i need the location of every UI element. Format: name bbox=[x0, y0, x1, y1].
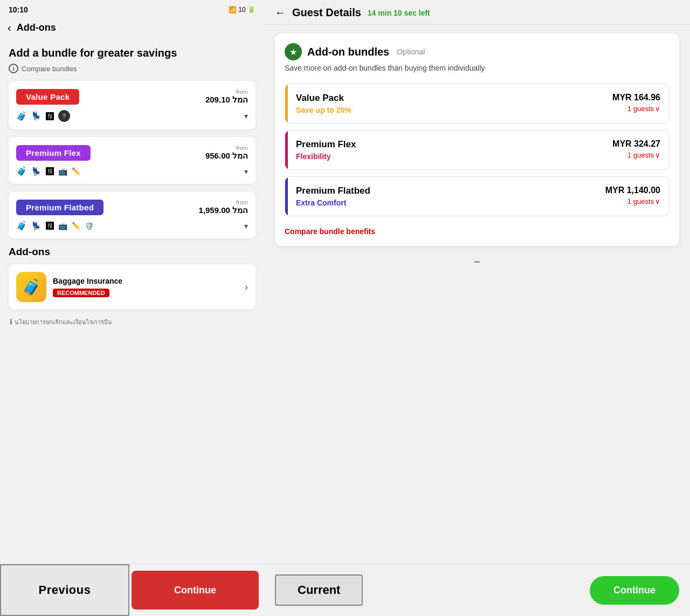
addon-bundles-title: Add-on bundles bbox=[307, 46, 389, 58]
bundle-icons-left-flatbed: 🧳 💺 🅽 📺 ✏️ 🛡️ bbox=[16, 221, 94, 231]
currency-vp: MYR bbox=[612, 93, 634, 102]
bundle-icons-value-pack: 🧳 💺 🅽 ? ▾ bbox=[16, 110, 248, 122]
compare-link-left-label: Compare bundles bbox=[22, 65, 77, 73]
dropdown-arrow-flex[interactable]: ▾ bbox=[244, 167, 248, 176]
bundle-option-right-vp: MYR 164.96 1 guests ∨ bbox=[612, 93, 660, 113]
bundle-card-top-flex: Premium Flex from המל 956.00 bbox=[16, 145, 248, 161]
circle-icon: ? bbox=[58, 110, 70, 122]
back-arrow-left[interactable]: ‹ bbox=[8, 22, 11, 34]
bundle-badge-value-pack: Value Pack bbox=[16, 89, 79, 105]
bundle-guests-vp[interactable]: 1 guests ∨ bbox=[612, 105, 660, 113]
bundle-guests-pfb[interactable]: 1 guests ∨ bbox=[605, 197, 660, 206]
info-icon: i bbox=[9, 64, 18, 73]
right-content: ★ Add-on bundles Optional Save more on a… bbox=[264, 25, 690, 564]
scroll-indicator: ▬ bbox=[275, 255, 679, 267]
n-icon-flex: 🅽 bbox=[46, 167, 54, 176]
timer-badge: 14 min 10 sec left bbox=[368, 9, 430, 17]
left-bottom-buttons: Previous Continue bbox=[0, 564, 264, 616]
status-icons: 📶 10 🔋 bbox=[229, 6, 256, 13]
bundle-card-premium-flex[interactable]: Premium Flex from המל 956.00 🧳 💺 🅽 📺 ✏️ … bbox=[9, 137, 256, 184]
bundle-icons-flex: 🧳 💺 🅽 📺 ✏️ ▾ bbox=[16, 166, 248, 176]
bundle-price-myr-vp: MYR 164.96 bbox=[612, 93, 660, 102]
tv-icon-flatbed: 📺 bbox=[58, 222, 67, 230]
left-nav-bar: ‹ Add-ons bbox=[0, 17, 264, 39]
continue-button-right[interactable]: Continue bbox=[590, 576, 679, 605]
addon-chevron[interactable]: › bbox=[245, 282, 248, 293]
bundle-price-myr-pf: MYR 324.27 bbox=[612, 139, 660, 149]
n-icon-flatbed: 🅽 bbox=[46, 221, 54, 230]
price-from-flex: from bbox=[205, 145, 248, 151]
edit-icon-flatbed: ✏️ bbox=[72, 222, 80, 230]
left-panel: 10:10 📶 10 🔋 ‹ Add-ons Add a bundle for … bbox=[0, 0, 264, 616]
price-amount-flatbed: המל 1,959.00 bbox=[198, 206, 248, 215]
bag-icon-flatbed: 🧳 bbox=[16, 221, 27, 231]
price-amount-value-pack: המל 209.10 bbox=[205, 95, 248, 105]
tv-icon: 📺 bbox=[58, 167, 67, 176]
dropdown-arrow-value-pack[interactable]: ▾ bbox=[244, 112, 248, 120]
price-pfb: 1,140.00 bbox=[627, 186, 660, 195]
left-content: Add a bundle for greater savings i Compa… bbox=[0, 39, 264, 564]
price-from-label: from bbox=[205, 88, 248, 95]
bundle-option-name-pfb: Premium Flatbed bbox=[296, 186, 370, 196]
bundle-option-left-pf: Premium Flex Flexibility bbox=[296, 139, 356, 161]
bundle-price-myr-pfb: MYR 1,140.00 bbox=[605, 186, 660, 195]
price-amount-flex: המל 956.00 bbox=[205, 151, 248, 161]
star-icon: ★ bbox=[285, 43, 302, 60]
price-vp: 164.96 bbox=[634, 93, 660, 102]
bundle-option-premium-flex[interactable]: Premium Flex Flexibility MYR 324.27 1 gu… bbox=[285, 130, 670, 170]
addon-card-baggage[interactable]: 🧳 Baggage Insurance RECOMMENDED › bbox=[9, 264, 256, 310]
addon-bundles-desc: Save more on add-on bundles than buying … bbox=[285, 63, 670, 74]
previous-button[interactable]: Previous bbox=[0, 564, 129, 616]
addon-info: Baggage Insurance RECOMMENDED bbox=[53, 277, 122, 297]
terms-text: ℹ นโยบายการยกเลิกและเงื่อนไขการบิน bbox=[9, 317, 256, 327]
compare-link-left[interactable]: i Compare bundles bbox=[9, 64, 256, 73]
right-header-title: Guest Details bbox=[292, 6, 361, 19]
bundle-card-value-pack[interactable]: Value Pack from המל 209.10 🧳 💺 🅽 ? ▾ bbox=[9, 81, 256, 129]
seat-icon: 💺 bbox=[31, 111, 42, 121]
continue-button-left[interactable]: Continue bbox=[132, 571, 259, 610]
addon-icon: 🧳 bbox=[16, 272, 46, 302]
status-time: 10:10 bbox=[9, 5, 28, 14]
current-button[interactable]: Current bbox=[275, 574, 363, 606]
optional-label: Optional bbox=[397, 47, 425, 56]
addons-title: Add-ons bbox=[9, 246, 256, 258]
currency-pf: MYR bbox=[612, 139, 634, 148]
bundle-option-premium-flatbed[interactable]: Premium Flatbed Extra Comfort MYR 1,140.… bbox=[285, 176, 670, 216]
bundle-option-subtitle-vp: Save up to 20% bbox=[296, 106, 351, 114]
n-icon: 🅽 bbox=[46, 112, 54, 121]
bundle-option-subtitle-pfb: Extra Comfort bbox=[296, 199, 370, 207]
compare-bundle-link[interactable]: Compare bundle benefits bbox=[285, 227, 375, 236]
bundle-icons-left-flex: 🧳 💺 🅽 📺 ✏️ bbox=[16, 166, 80, 176]
bundle-card-premium-flatbed[interactable]: Premium Flatbed from המל 1,959.00 🧳 💺 🅽 … bbox=[9, 191, 256, 238]
addon-left: 🧳 Baggage Insurance RECOMMENDED bbox=[16, 272, 122, 302]
bundle-option-subtitle-pf: Flexibility bbox=[296, 152, 356, 161]
back-arrow-right[interactable]: ← bbox=[275, 6, 286, 19]
bundle-icons-left: 🧳 💺 🅽 ? bbox=[16, 110, 70, 122]
bundle-option-name-pf: Premium Flex bbox=[296, 139, 356, 150]
bundle-price-premium-flex: from המל 956.00 bbox=[205, 145, 248, 161]
price-pf: 324.27 bbox=[634, 139, 660, 148]
addon-bundles-header: ★ Add-on bundles Optional bbox=[285, 43, 670, 60]
right-header: ← Guest Details 14 min 10 sec left bbox=[264, 0, 690, 25]
price-from-flatbed: from bbox=[198, 199, 248, 206]
bundle-option-name-vp: Value Pack bbox=[296, 93, 351, 104]
seat-icon-flatbed: 💺 bbox=[31, 221, 42, 231]
seat-icon-flex: 💺 bbox=[31, 167, 42, 176]
bundle-guests-pf[interactable]: 1 guests ∨ bbox=[612, 151, 660, 159]
addon-name: Baggage Insurance bbox=[53, 277, 122, 285]
bundle-price-value-pack: from המל 209.10 bbox=[205, 88, 248, 105]
shield-icon-flatbed: 🛡️ bbox=[85, 222, 94, 230]
dropdown-arrow-flatbed[interactable]: ▾ bbox=[244, 222, 248, 230]
bundle-option-left-pfb: Premium Flatbed Extra Comfort bbox=[296, 186, 370, 207]
bundle-badge-premium-flex: Premium Flex bbox=[16, 145, 91, 161]
addon-tag: RECOMMENDED bbox=[53, 289, 109, 297]
left-section-title: Add a bundle for greater savings bbox=[9, 47, 256, 59]
bag-icon: 🧳 bbox=[16, 111, 27, 121]
status-bar: 10:10 📶 10 🔋 bbox=[0, 0, 264, 17]
bundle-option-right-pfb: MYR 1,140.00 1 guests ∨ bbox=[605, 186, 660, 206]
bundle-icons-flatbed: 🧳 💺 🅽 📺 ✏️ 🛡️ ▾ bbox=[16, 221, 248, 231]
right-panel: ← Guest Details 14 min 10 sec left ★ Add… bbox=[264, 0, 690, 616]
bundle-option-value-pack[interactable]: Value Pack Save up to 20% MYR 164.96 1 g… bbox=[285, 84, 670, 124]
right-bottom-buttons: Current Continue bbox=[264, 564, 690, 616]
bundle-option-left-vp: Value Pack Save up to 20% bbox=[296, 93, 351, 114]
